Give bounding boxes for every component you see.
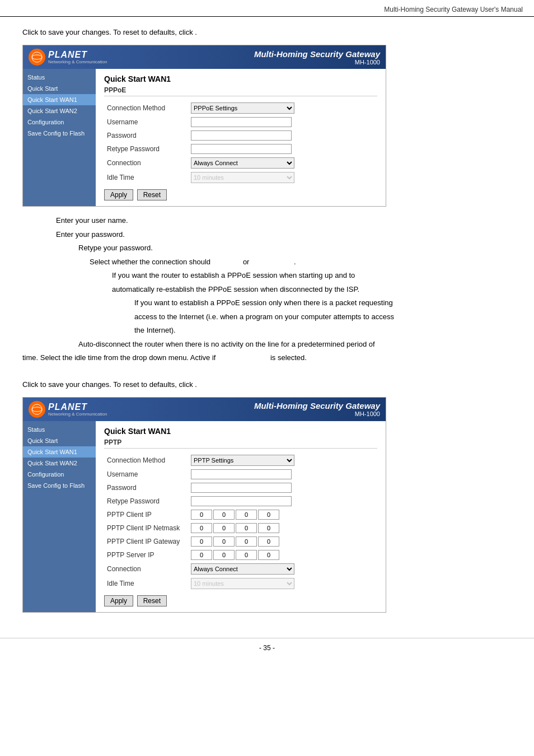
- table-row: Retype Password: [104, 494, 377, 508]
- panel1-form: Connection Method PPPoE Settings PPTP Se…: [104, 101, 377, 185]
- panel1-body: Status Quick Start Quick Start WAN1 Quic…: [23, 69, 386, 206]
- pptp-client-ip-2[interactable]: [213, 510, 235, 520]
- text-username: Enter your user name.: [22, 215, 512, 226]
- table-row: Idle Time 10 minutes: [104, 170, 377, 185]
- pptp-gateway-3[interactable]: [236, 536, 257, 547]
- sidebar2-status[interactable]: Status: [23, 424, 96, 435]
- label-retype-password: Retype Password: [104, 142, 188, 156]
- click-line-2: Click to save your changes. To reset to …: [22, 380, 512, 389]
- pptp-server-ip-group: [191, 550, 374, 560]
- reset-button-2[interactable]: Reset: [137, 595, 167, 606]
- sidebar1-wan2[interactable]: Quick Start WAN2: [23, 105, 96, 116]
- label-username-2: Username: [104, 468, 188, 481]
- text-reestablish: automatically re-establish the PPPoE ses…: [22, 284, 512, 295]
- retype-password-input[interactable]: [191, 144, 292, 154]
- table-row: Connection Always Connect Connect on Dem…: [104, 156, 377, 170]
- sidebar1-quickstart[interactable]: Quick Start: [23, 83, 96, 94]
- label-pptp-gateway: PPTP Client IP Gateway: [104, 535, 188, 548]
- password-input[interactable]: [191, 130, 292, 141]
- table-row: Idle Time 10 minutes: [104, 576, 377, 591]
- label-idle-time-2: Idle Time: [104, 576, 188, 591]
- planet-logo-icon-2: [29, 401, 45, 418]
- username-input-2[interactable]: [191, 469, 292, 479]
- table-row: PPTP Server IP: [104, 548, 377, 562]
- panel2-section-title: Quick Start WAN1: [104, 427, 377, 436]
- panel1-logo-sub: Networking & Communication: [48, 60, 107, 64]
- table-row: PPTP Client IP Netmask: [104, 521, 377, 535]
- pptp-server-ip-3[interactable]: [236, 550, 257, 560]
- idle-time-select-2[interactable]: 10 minutes: [191, 578, 294, 589]
- click-line-1: Click to save your changes. To reset to …: [22, 28, 512, 36]
- table-row: Username: [104, 115, 377, 129]
- table-row: Retype Password: [104, 142, 377, 156]
- panel1-buttons: Apply Reset: [104, 189, 377, 200]
- sidebar2-config[interactable]: Configuration: [23, 469, 96, 480]
- pptp-netmask-2[interactable]: [213, 523, 235, 533]
- table-row: Password: [104, 481, 377, 494]
- sidebar2-save[interactable]: Save Config to Flash: [23, 480, 96, 491]
- sidebar2-quickstart[interactable]: Quick Start: [23, 435, 96, 446]
- planet-logo-icon: [29, 49, 45, 66]
- pptp-server-ip-1[interactable]: [191, 550, 212, 560]
- panel2-logo-sub: Networking & Communication: [48, 412, 107, 417]
- panel1-title-right: Multi-Homing Security Gateway MH-1000: [254, 49, 380, 66]
- username-input[interactable]: [191, 117, 292, 127]
- idle-time-select[interactable]: 10 minutes: [191, 172, 294, 183]
- pptp-client-ip-1[interactable]: [191, 510, 212, 520]
- connection-method-select[interactable]: PPPoE Settings PPTP Settings Static IP D…: [191, 102, 294, 114]
- password-input-2[interactable]: [191, 483, 292, 493]
- panel1-logo-text-block: PLANET Networking & Communication: [48, 50, 107, 64]
- panel1-main-title: Multi-Homing Security Gateway: [254, 49, 380, 59]
- pptp-gateway-2[interactable]: [213, 536, 235, 547]
- pptp-client-ip-4[interactable]: [258, 510, 279, 520]
- label-password: Password: [104, 129, 188, 142]
- panel1-logo: PLANET Networking & Communication: [29, 49, 107, 66]
- panel2-header: PLANET Networking & Communication Multi-…: [23, 398, 386, 421]
- connection-select[interactable]: Always Connect Connect on Demand: [191, 157, 294, 169]
- pptp-gateway-1[interactable]: [191, 536, 212, 547]
- gateway-panel-1: PLANET Networking & Communication Multi-…: [22, 45, 386, 207]
- pptp-server-ip-4[interactable]: [258, 550, 279, 560]
- header-title: Multi-Homing Security Gateway User's Man…: [384, 6, 523, 13]
- reset-button-1[interactable]: Reset: [137, 189, 167, 200]
- sidebar1-save[interactable]: Save Config to Flash: [23, 128, 96, 139]
- retype-password-input-2[interactable]: [191, 496, 292, 506]
- panel2-logo-text: PLANET: [48, 402, 87, 412]
- apply-button-1[interactable]: Apply: [104, 189, 133, 200]
- sidebar2-wan2[interactable]: Quick Start WAN2: [23, 458, 96, 469]
- text-always-connect: If you want the router to establish a PP…: [22, 270, 512, 281]
- sidebar2-wan1[interactable]: Quick Start WAN1: [23, 446, 96, 458]
- sidebar1-status[interactable]: Status: [23, 72, 96, 83]
- text-internet: the Internet).: [22, 325, 512, 336]
- panel1-header: PLANET Networking & Communication Multi-…: [23, 45, 386, 69]
- pptp-netmask-4[interactable]: [258, 523, 279, 533]
- table-row: PPTP Client IP Gateway: [104, 535, 377, 548]
- connection-select-2[interactable]: Always Connect Connect on Demand: [191, 563, 294, 575]
- table-row: Username: [104, 468, 377, 481]
- connection-method-select-2[interactable]: PPTP Settings PPPoE Settings Static IP D…: [191, 455, 294, 466]
- text-password: Enter your password.: [22, 229, 512, 240]
- table-row: Connection Method PPPoE Settings PPTP Se…: [104, 101, 377, 115]
- pptp-gateway-group: [191, 536, 374, 547]
- panel2-sidebar: Status Quick Start Quick Start WAN1 Quic…: [23, 421, 96, 612]
- label-pptp-netmask: PPTP Client IP Netmask: [104, 521, 188, 535]
- sidebar1-config[interactable]: Configuration: [23, 116, 96, 128]
- label-idle-time: Idle Time: [104, 170, 188, 185]
- sidebar1-wan1[interactable]: Quick Start WAN1: [23, 94, 96, 105]
- panel2-title-right: Multi-Homing Security Gateway MH-1000: [254, 401, 380, 417]
- label-pptp-client-ip: PPTP Client IP: [104, 508, 188, 521]
- svg-point-0: [32, 52, 42, 62]
- label-pptp-server-ip: PPTP Server IP: [104, 548, 188, 562]
- label-connection-method: Connection Method: [104, 101, 188, 115]
- pptp-netmask-3[interactable]: [236, 523, 257, 533]
- pptp-server-ip-2[interactable]: [213, 550, 235, 560]
- apply-button-2[interactable]: Apply: [104, 595, 133, 606]
- pptp-netmask-1[interactable]: [191, 523, 212, 533]
- table-row: Password: [104, 129, 377, 142]
- table-row: PPTP Client IP: [104, 508, 377, 521]
- panel2-form: Connection Method PPTP Settings PPPoE Se…: [104, 453, 377, 591]
- table-row: Connection Method PPTP Settings PPPoE Se…: [104, 453, 377, 468]
- label-connection: Connection: [104, 156, 188, 170]
- pptp-client-ip-3[interactable]: [236, 510, 257, 520]
- pptp-gateway-4[interactable]: [258, 536, 279, 547]
